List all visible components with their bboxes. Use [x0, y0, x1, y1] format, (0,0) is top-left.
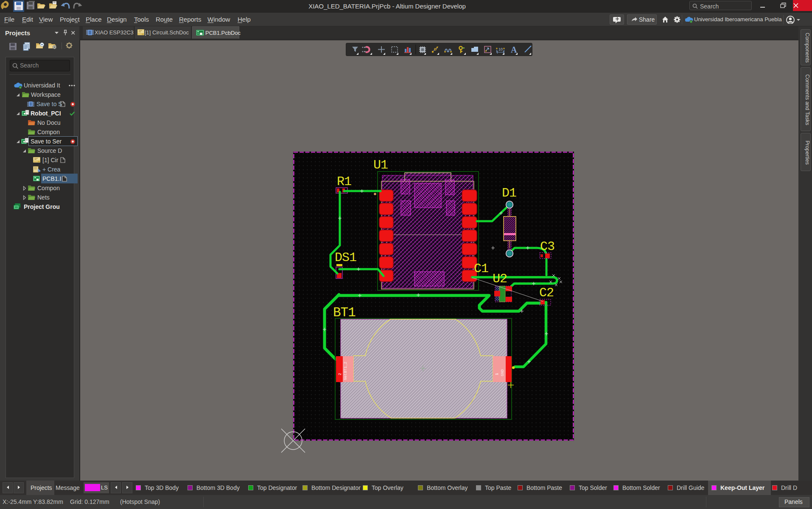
svg-text:D1: D1: [502, 186, 516, 200]
svg-text:A: A: [511, 45, 517, 54]
svg-text:NetBT1_2: NetBT1_2: [344, 362, 348, 380]
svg-text:C2: C2: [539, 286, 554, 300]
svg-text:DS1: DS1: [335, 250, 356, 265]
svg-text:C3: C3: [540, 239, 554, 254]
svg-text:U1: U1: [373, 158, 388, 172]
svg-text:U2: U2: [493, 272, 507, 286]
svg-text:C1: C1: [474, 262, 488, 276]
svg-text:2: 2: [338, 373, 342, 375]
svg-text:R1: R1: [337, 174, 351, 189]
svg-text:BT1: BT1: [333, 305, 356, 320]
svg-text:10: 10: [498, 47, 503, 51]
svg-text:1: 1: [495, 373, 499, 375]
svg-text:GND: GND: [501, 369, 505, 376]
